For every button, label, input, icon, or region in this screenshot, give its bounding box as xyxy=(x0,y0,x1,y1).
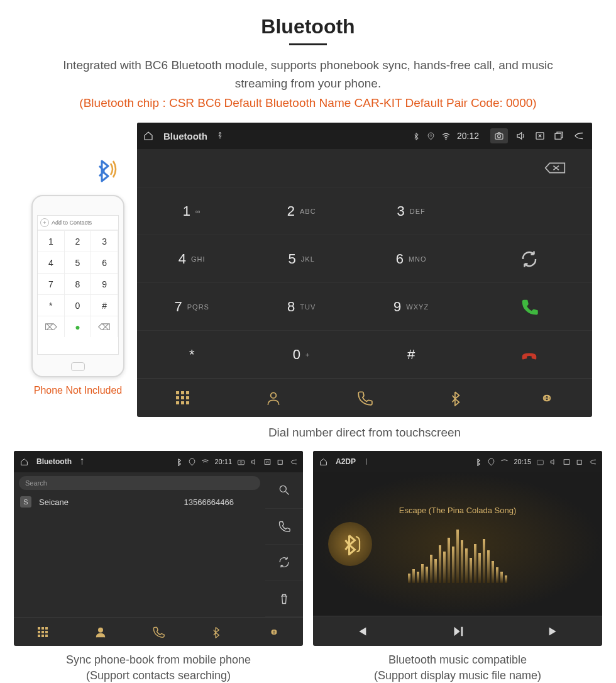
usb-icon xyxy=(215,131,225,141)
phone-disclaimer: Phone Not Included xyxy=(21,385,135,396)
volume-button[interactable] xyxy=(515,130,527,142)
title-underline xyxy=(289,43,327,45)
bluetooth-icon xyxy=(474,458,482,466)
usb-icon xyxy=(361,457,371,467)
back-button[interactable] xyxy=(290,458,298,466)
phonebook-caption: Sync phone-book from mobile phone (Suppo… xyxy=(14,652,303,683)
clock: 20:11 xyxy=(214,458,232,465)
svg-rect-13 xyxy=(537,460,544,464)
tab-contacts[interactable] xyxy=(72,618,129,646)
call-button[interactable] xyxy=(466,282,592,330)
close-app-button[interactable] xyxy=(263,458,272,466)
svg-rect-7 xyxy=(238,460,245,464)
tab-pair[interactable] xyxy=(245,618,303,646)
contact-name: Seicane xyxy=(39,497,69,507)
key-7[interactable]: 7PQRS xyxy=(137,282,246,330)
key-4[interactable]: 4GHI xyxy=(137,235,246,282)
svg-rect-14 xyxy=(564,459,569,464)
side-sync-button[interactable] xyxy=(265,545,303,581)
wifi-icon xyxy=(500,458,509,466)
svg-rect-15 xyxy=(577,460,581,464)
bluetooth-icon xyxy=(412,132,421,140)
side-delete-button[interactable] xyxy=(265,581,303,618)
bottom-tabs xyxy=(137,378,592,417)
prev-button[interactable] xyxy=(355,625,368,638)
screenshot-button[interactable] xyxy=(536,458,544,466)
contact-row[interactable]: S Seicane 13566664466 xyxy=(14,492,265,511)
tab-bluetooth[interactable] xyxy=(187,618,245,646)
location-icon xyxy=(427,132,435,140)
key-3[interactable]: 3DEF xyxy=(356,187,466,235)
wifi-icon xyxy=(201,458,209,466)
recent-apps-button[interactable] xyxy=(277,458,285,466)
key-5[interactable]: 5JKL xyxy=(246,235,356,282)
tab-bluetooth[interactable] xyxy=(410,379,501,417)
home-icon[interactable] xyxy=(143,131,153,141)
volume-button[interactable] xyxy=(549,458,558,466)
phone-mockup: +Add to Contacts 123 456 789 *0# ⌦●⌫ Pho… xyxy=(21,195,135,396)
back-button[interactable] xyxy=(572,130,586,142)
home-icon[interactable] xyxy=(318,457,328,467)
wifi-icon xyxy=(441,131,451,141)
dialer-caption: Dial number direct from touchscreen xyxy=(137,426,592,440)
key-6[interactable]: 6MNO xyxy=(356,235,466,282)
description: Integrated with BC6 Bluetooth module, su… xyxy=(0,57,616,92)
screenshot-button[interactable] xyxy=(237,458,245,466)
number-display xyxy=(137,149,518,187)
key-*[interactable]: * xyxy=(137,330,246,378)
side-call-button[interactable] xyxy=(265,509,303,545)
app-title: A2DP xyxy=(336,457,356,466)
app-title: Bluetooth xyxy=(36,457,72,466)
home-icon[interactable] xyxy=(19,457,29,467)
key-8[interactable]: 8TUV xyxy=(246,282,356,330)
svg-point-0 xyxy=(430,135,432,136)
tab-recent[interactable] xyxy=(319,379,410,417)
recent-apps-button[interactable] xyxy=(576,458,584,466)
back-button[interactable] xyxy=(589,458,597,466)
visualizer xyxy=(408,526,507,583)
tab-dialpad[interactable] xyxy=(14,618,72,646)
tab-recent[interactable] xyxy=(129,618,187,646)
add-contacts-label: Add to Contacts xyxy=(52,219,92,226)
redial-button[interactable] xyxy=(466,235,592,282)
key-9[interactable]: 9WXYZ xyxy=(356,282,466,330)
hangup-button[interactable] xyxy=(466,330,592,378)
tab-dialpad[interactable] xyxy=(137,379,228,417)
phonebook-panel: Bluetooth 20:11 Search S xyxy=(14,451,303,646)
key-#[interactable]: # xyxy=(356,330,466,378)
next-button[interactable] xyxy=(547,625,561,638)
contact-initial-icon: S xyxy=(20,496,31,508)
page-title: Bluetooth xyxy=(0,15,616,38)
screenshot-button[interactable] xyxy=(490,128,508,143)
bluetooth-icon xyxy=(175,458,183,466)
music-caption: Bluetooth music compatible (Support disp… xyxy=(313,652,602,683)
usb-icon xyxy=(77,457,87,467)
location-icon xyxy=(188,458,196,466)
play-pause-button[interactable] xyxy=(451,625,465,638)
album-art-icon xyxy=(328,522,372,566)
clock: 20:12 xyxy=(457,131,479,141)
close-app-button[interactable] xyxy=(563,458,571,466)
svg-point-11 xyxy=(280,486,286,492)
tab-pair[interactable] xyxy=(501,379,592,417)
music-panel: A2DP 20:15 Escape (The Pina Colada Song) xyxy=(313,451,602,646)
bluetooth-specs: (Bluetooth chip : CSR BC6 Default Blueto… xyxy=(0,96,616,110)
search-input[interactable]: Search xyxy=(19,476,260,490)
svg-point-3 xyxy=(498,135,501,138)
location-icon xyxy=(487,458,495,466)
svg-point-6 xyxy=(271,392,277,398)
svg-rect-10 xyxy=(278,460,282,464)
volume-button[interactable] xyxy=(250,458,258,466)
track-title: Escape (The Pina Colada Song) xyxy=(399,506,516,515)
key-0[interactable]: 0+ xyxy=(246,330,356,378)
key-1[interactable]: 1∞ xyxy=(137,187,246,235)
contact-number: 13566664466 xyxy=(184,497,234,507)
side-search-button[interactable] xyxy=(265,472,303,509)
tab-contacts[interactable] xyxy=(228,379,319,417)
backspace-button[interactable] xyxy=(518,149,592,187)
close-app-button[interactable] xyxy=(534,130,546,142)
key-2[interactable]: 2ABC xyxy=(246,187,356,235)
bluetooth-signal-icon xyxy=(91,155,119,184)
recent-apps-button[interactable] xyxy=(553,130,564,142)
dialer-panel: Bluetooth 20:12 1∞2ABC3DEF4GHI5JKL6MNO7P… xyxy=(137,123,592,417)
